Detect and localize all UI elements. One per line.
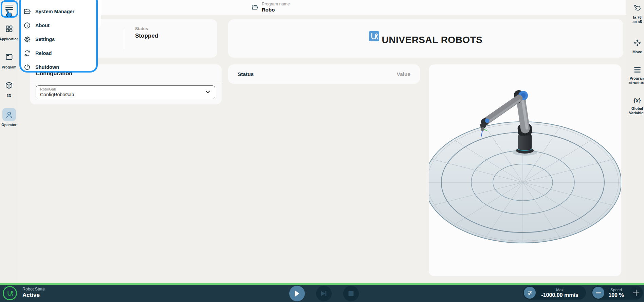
- sidebar-item-application[interactable]: Application: [0, 25, 18, 34]
- skip-to-next-button[interactable]: [316, 286, 332, 301]
- max-speed-control[interactable]: Max -1000.00 mm/s: [523, 286, 586, 300]
- sidebar-item-label-line: fa 76: [626, 15, 644, 20]
- menu-item-shutdown[interactable]: Shutdown: [21, 60, 96, 73]
- brand-wordmark: UNIVERSAL ROBOTS: [382, 35, 483, 45]
- sidebar-item-label: Application: [0, 37, 18, 41]
- speed-increase-button[interactable]: [630, 287, 642, 299]
- sidebar-item-label-line: structure: [626, 81, 644, 85]
- sidebar-item-label: Operator: [0, 123, 18, 127]
- sidebar-item-program-structure[interactable]: Program structure: [626, 66, 644, 85]
- sidebar-item-move[interactable]: Move: [626, 39, 644, 54]
- robot-state-label: Robot State: [22, 287, 45, 292]
- folder-open-icon: [23, 8, 31, 15]
- menu-item-reload[interactable]: Reload: [21, 46, 96, 60]
- list-icon: [626, 66, 644, 73]
- divider: [30, 83, 222, 83]
- menu-item-settings[interactable]: Settings: [21, 32, 96, 46]
- sidebar-item-label-line: Program: [626, 76, 644, 81]
- menu-item-label: System Manager: [35, 9, 74, 14]
- ur-logo-icon: [369, 31, 379, 41]
- menu-item-label: About: [35, 23, 50, 28]
- sidebar-item-hand-guide[interactable]: fa 76 ac a5: [626, 3, 644, 24]
- speed-decrease-button[interactable]: [592, 287, 604, 299]
- grid-icon: [5, 25, 13, 33]
- move-icon: [626, 39, 644, 47]
- chevron-down-icon: [205, 90, 210, 94]
- folder-icon: [251, 4, 258, 13]
- robot-state-value: Active: [22, 292, 45, 299]
- program-name-block: Program name Robo: [251, 1, 290, 13]
- sidebar-item-program[interactable]: Program: [0, 53, 18, 62]
- brand-card: UNIVERSAL ROBOTS: [228, 19, 623, 58]
- plus-icon: [633, 289, 640, 296]
- speed-value: 100 %: [604, 292, 628, 298]
- info-icon: [23, 22, 31, 29]
- sidebar-item-label: Program: [0, 65, 18, 69]
- column-value: Value: [397, 71, 411, 77]
- sidebar-item-label-line: ac a5: [626, 20, 644, 24]
- max-value: -1000.00 mm/s: [536, 292, 584, 298]
- menu-item-system-manager[interactable]: System Manager: [21, 4, 96, 18]
- menu-item-label: Shutdown: [35, 64, 59, 70]
- selected-item-highlight: [2, 108, 16, 121]
- robot-state-block[interactable]: Robot State Active: [22, 287, 45, 299]
- power-icon: [23, 63, 31, 71]
- max-label: Max: [536, 288, 584, 292]
- sliders-icon: [527, 289, 533, 296]
- person-icon: [5, 110, 14, 119]
- top-bar: Program name Robo: [18, 0, 626, 15]
- status-value: Stopped: [135, 33, 158, 39]
- sidebar-item-label: 3D: [0, 94, 18, 98]
- play-button[interactable]: [289, 286, 305, 301]
- column-status: Status: [238, 71, 254, 77]
- play-icon: [294, 290, 300, 297]
- cube-icon: [5, 81, 13, 89]
- ur-robot-icon: [3, 286, 17, 300]
- menu-item-label: Reload: [35, 51, 52, 56]
- speed-label: Speed: [604, 288, 628, 292]
- cursor-hand-icon: [3, 8, 14, 20]
- menu-item-label: Settings: [35, 37, 55, 42]
- program-name-label: Program name: [262, 1, 290, 7]
- status-label: Status: [135, 26, 158, 31]
- hand-point-icon: [626, 3, 644, 12]
- sidebar-item-global-variables[interactable]: {x} Global Variables: [626, 98, 644, 115]
- config-dropdown-value: ConfigRoboGab: [40, 92, 74, 97]
- sidebar-item-label-line: Move: [626, 50, 644, 54]
- robot-3d-scene: [429, 64, 621, 276]
- status-value-header: Status Value: [228, 64, 420, 84]
- sidebar-item-label-line: Variables: [626, 111, 644, 115]
- minus-icon: [595, 290, 602, 296]
- main-menu-popup: System Manager About Settings: [19, 0, 98, 73]
- left-sidebar: Application Program 3D: [0, 0, 18, 283]
- reload-icon: [23, 49, 31, 57]
- sidebar-item-label-line: Global: [626, 106, 644, 111]
- bottom-control-bar: Robot State Active Max -1000.00 mm/: [0, 285, 644, 302]
- stop-button[interactable]: [343, 286, 359, 301]
- speed-control[interactable]: Speed 100 %: [591, 286, 643, 300]
- config-dropdown[interactable]: RoboGab ConfigRoboGab: [36, 85, 215, 99]
- window-icon: [5, 53, 13, 61]
- divider: [124, 28, 124, 49]
- gear-icon: [23, 36, 31, 43]
- speed-settings-button[interactable]: [524, 287, 536, 299]
- program-name-value: Robo: [262, 7, 290, 13]
- variables-icon: {x}: [626, 98, 644, 104]
- right-sidebar: fa 76 ac a5 Move Program structure {x} G…: [626, 0, 644, 283]
- menu-item-about[interactable]: About: [21, 18, 96, 32]
- stop-icon: [348, 291, 354, 296]
- skip-icon: [320, 290, 327, 297]
- robot-3d-viewport[interactable]: [429, 64, 621, 276]
- config-dropdown-label: RoboGab: [40, 87, 56, 91]
- sidebar-item-3d[interactable]: 3D: [0, 81, 18, 91]
